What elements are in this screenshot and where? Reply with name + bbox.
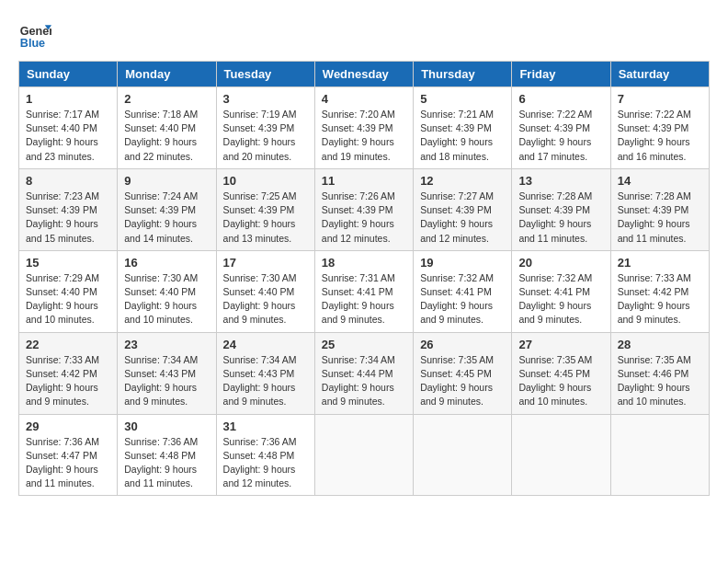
day-detail: Sunrise: 7:30 AMSunset: 4:40 PMDaylight:…: [223, 272, 297, 326]
calendar-cell: [610, 414, 709, 496]
calendar-cell: 12 Sunrise: 7:27 AMSunset: 4:39 PMDaylig…: [414, 168, 512, 250]
calendar-cell: 15 Sunrise: 7:29 AMSunset: 4:40 PMDaylig…: [19, 250, 118, 332]
day-number: 10: [223, 174, 308, 188]
day-detail: Sunrise: 7:20 AMSunset: 4:39 PMDaylight:…: [322, 109, 395, 162]
day-detail: Sunrise: 7:32 AMSunset: 4:41 PMDaylight:…: [518, 272, 592, 326]
calendar-cell: 26 Sunrise: 7:35 AMSunset: 4:45 PMDaylig…: [414, 332, 512, 414]
day-detail: Sunrise: 7:28 AMSunset: 4:39 PMDaylight:…: [518, 190, 592, 244]
calendar-cell: 30 Sunrise: 7:36 AMSunset: 4:48 PMDaylig…: [118, 414, 216, 496]
day-number: 30: [124, 419, 209, 433]
day-number: 24: [223, 338, 308, 351]
day-number: 3: [223, 92, 308, 106]
day-number: 7: [618, 92, 702, 106]
day-number: 19: [420, 256, 505, 270]
calendar-cell: 20 Sunrise: 7:32 AMSunset: 4:41 PMDaylig…: [512, 250, 610, 332]
calendar-cell: 3 Sunrise: 7:19 AMSunset: 4:39 PMDayligh…: [216, 87, 314, 169]
weekday-header-friday: Friday: [512, 62, 610, 87]
day-number: 1: [26, 92, 110, 106]
calendar-cell: 7 Sunrise: 7:22 AMSunset: 4:39 PMDayligh…: [610, 87, 709, 169]
calendar-cell: 9 Sunrise: 7:24 AMSunset: 4:39 PMDayligh…: [118, 168, 216, 250]
calendar-cell: 11 Sunrise: 7:26 AMSunset: 4:39 PMDaylig…: [314, 168, 413, 250]
day-detail: Sunrise: 7:34 AMSunset: 4:43 PMDaylight:…: [124, 354, 198, 408]
day-detail: Sunrise: 7:22 AMSunset: 4:39 PMDaylight:…: [618, 109, 691, 162]
logo: General Blue: [18, 18, 51, 52]
day-number: 11: [322, 174, 406, 188]
calendar-table: SundayMondayTuesdayWednesdayThursdayFrid…: [18, 61, 710, 496]
day-detail: Sunrise: 7:19 AMSunset: 4:39 PMDaylight:…: [223, 109, 297, 162]
day-detail: Sunrise: 7:28 AMSunset: 4:39 PMDaylight:…: [618, 190, 691, 244]
day-detail: Sunrise: 7:34 AMSunset: 4:44 PMDaylight:…: [322, 354, 395, 408]
day-detail: Sunrise: 7:33 AMSunset: 4:42 PMDaylight:…: [618, 272, 691, 326]
calendar-cell: 6 Sunrise: 7:22 AMSunset: 4:39 PMDayligh…: [512, 87, 610, 169]
day-number: 18: [322, 256, 406, 270]
weekday-header-tuesday: Tuesday: [216, 62, 314, 87]
day-detail: Sunrise: 7:35 AMSunset: 4:45 PMDaylight:…: [518, 354, 592, 408]
weekday-header-wednesday: Wednesday: [314, 62, 413, 87]
day-number: 15: [26, 256, 110, 270]
day-detail: Sunrise: 7:31 AMSunset: 4:41 PMDaylight:…: [322, 272, 395, 326]
day-number: 25: [322, 338, 406, 351]
day-detail: Sunrise: 7:35 AMSunset: 4:45 PMDaylight:…: [420, 354, 494, 408]
calendar-cell: 14 Sunrise: 7:28 AMSunset: 4:39 PMDaylig…: [610, 168, 709, 250]
calendar-cell: 10 Sunrise: 7:25 AMSunset: 4:39 PMDaylig…: [216, 168, 314, 250]
calendar-cell: 13 Sunrise: 7:28 AMSunset: 4:39 PMDaylig…: [512, 168, 610, 250]
day-number: 29: [26, 419, 110, 433]
day-detail: Sunrise: 7:26 AMSunset: 4:39 PMDaylight:…: [322, 190, 395, 244]
day-number: 2: [124, 92, 209, 106]
logo-icon: General Blue: [18, 18, 51, 52]
day-detail: Sunrise: 7:36 AMSunset: 4:48 PMDaylight:…: [223, 436, 297, 489]
calendar-cell: 19 Sunrise: 7:32 AMSunset: 4:41 PMDaylig…: [414, 250, 512, 332]
day-detail: Sunrise: 7:21 AMSunset: 4:39 PMDaylight:…: [420, 109, 494, 162]
day-number: 20: [518, 256, 603, 270]
day-number: 9: [124, 174, 209, 188]
day-detail: Sunrise: 7:33 AMSunset: 4:42 PMDaylight:…: [26, 354, 99, 408]
day-number: 23: [124, 338, 209, 351]
day-number: 22: [26, 338, 110, 351]
calendar-cell: 1 Sunrise: 7:17 AMSunset: 4:40 PMDayligh…: [19, 87, 118, 169]
day-number: 4: [322, 92, 406, 106]
day-number: 28: [618, 338, 702, 351]
calendar-cell: 8 Sunrise: 7:23 AMSunset: 4:39 PMDayligh…: [19, 168, 118, 250]
calendar-cell: 24 Sunrise: 7:34 AMSunset: 4:43 PMDaylig…: [216, 332, 314, 414]
day-detail: Sunrise: 7:23 AMSunset: 4:39 PMDaylight:…: [26, 190, 99, 244]
day-number: 16: [124, 256, 209, 270]
calendar-cell: 5 Sunrise: 7:21 AMSunset: 4:39 PMDayligh…: [414, 87, 512, 169]
calendar-cell: [414, 414, 512, 496]
calendar-cell: 21 Sunrise: 7:33 AMSunset: 4:42 PMDaylig…: [610, 250, 709, 332]
weekday-header-monday: Monday: [118, 62, 216, 87]
day-detail: Sunrise: 7:36 AMSunset: 4:47 PMDaylight:…: [26, 436, 99, 489]
day-number: 13: [518, 174, 603, 188]
day-number: 8: [26, 174, 110, 188]
calendar-cell: [314, 414, 413, 496]
calendar-cell: [512, 414, 610, 496]
svg-text:Blue: Blue: [20, 37, 45, 50]
calendar-cell: 23 Sunrise: 7:34 AMSunset: 4:43 PMDaylig…: [118, 332, 216, 414]
day-number: 21: [618, 256, 702, 270]
calendar-cell: 22 Sunrise: 7:33 AMSunset: 4:42 PMDaylig…: [19, 332, 118, 414]
calendar-cell: 18 Sunrise: 7:31 AMSunset: 4:41 PMDaylig…: [314, 250, 413, 332]
day-detail: Sunrise: 7:32 AMSunset: 4:41 PMDaylight:…: [420, 272, 494, 326]
weekday-header-sunday: Sunday: [19, 62, 118, 87]
day-detail: Sunrise: 7:36 AMSunset: 4:48 PMDaylight:…: [124, 436, 198, 489]
day-number: 31: [223, 419, 308, 433]
calendar-cell: 25 Sunrise: 7:34 AMSunset: 4:44 PMDaylig…: [314, 332, 413, 414]
weekday-header-saturday: Saturday: [610, 62, 709, 87]
day-detail: Sunrise: 7:30 AMSunset: 4:40 PMDaylight:…: [124, 272, 198, 326]
day-detail: Sunrise: 7:29 AMSunset: 4:40 PMDaylight:…: [26, 272, 99, 326]
day-number: 26: [420, 338, 505, 351]
day-detail: Sunrise: 7:18 AMSunset: 4:40 PMDaylight:…: [124, 109, 198, 162]
calendar-cell: 27 Sunrise: 7:35 AMSunset: 4:45 PMDaylig…: [512, 332, 610, 414]
day-number: 6: [518, 92, 603, 106]
day-detail: Sunrise: 7:22 AMSunset: 4:39 PMDaylight:…: [518, 109, 592, 162]
day-number: 12: [420, 174, 505, 188]
calendar-cell: 16 Sunrise: 7:30 AMSunset: 4:40 PMDaylig…: [118, 250, 216, 332]
day-number: 27: [518, 338, 603, 351]
day-detail: Sunrise: 7:35 AMSunset: 4:46 PMDaylight:…: [618, 354, 691, 408]
day-detail: Sunrise: 7:34 AMSunset: 4:43 PMDaylight:…: [223, 354, 297, 408]
calendar-cell: 29 Sunrise: 7:36 AMSunset: 4:47 PMDaylig…: [19, 414, 118, 496]
calendar-cell: 28 Sunrise: 7:35 AMSunset: 4:46 PMDaylig…: [610, 332, 709, 414]
day-detail: Sunrise: 7:17 AMSunset: 4:40 PMDaylight:…: [26, 109, 99, 162]
day-number: 17: [223, 256, 308, 270]
calendar-cell: 17 Sunrise: 7:30 AMSunset: 4:40 PMDaylig…: [216, 250, 314, 332]
weekday-header-thursday: Thursday: [414, 62, 512, 87]
